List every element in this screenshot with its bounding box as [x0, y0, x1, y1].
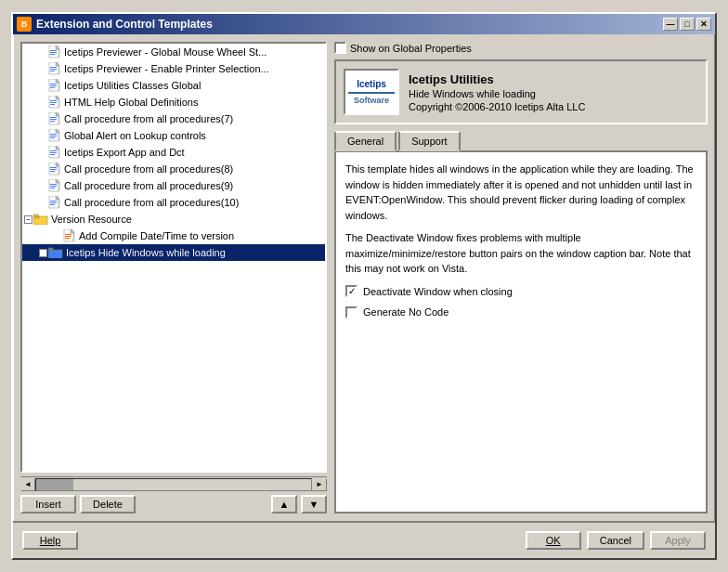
svg-rect-52: [33, 214, 38, 216]
info-copyright: Copyright ©2006-2010 Icetips Alta LLC: [409, 101, 585, 112]
tree-item[interactable]: Add Compile Date/Time to version: [22, 228, 325, 244]
svg-rect-55: [65, 234, 72, 235]
show-global-checkbox[interactable]: [334, 42, 346, 54]
expand-icon[interactable]: −: [24, 215, 32, 224]
svg-rect-33: [50, 152, 57, 153]
svg-rect-43: [50, 186, 57, 187]
tab-content-general: This template hides all windows in the a…: [334, 150, 708, 514]
generate-no-code-row: Generate No Code: [345, 305, 696, 320]
tree-item[interactable]: Call procedure from all procedures(10): [22, 194, 325, 211]
svg-rect-29: [50, 137, 55, 138]
general-paragraph-1: This template hides all windows in the a…: [345, 162, 696, 223]
main-window: B Extension and Control Templates — □ ✕ …: [11, 12, 717, 560]
tree-item-label: Call procedure from all procedures(7): [64, 113, 233, 124]
svg-rect-38: [50, 169, 57, 170]
folder-icon: [48, 247, 63, 258]
window-icon: B: [17, 17, 32, 32]
svg-rect-22: [50, 117, 57, 118]
tree-item-label: Version Resource: [51, 214, 132, 225]
tree-item-label: HTML Help Global Definitions: [64, 97, 198, 108]
svg-rect-17: [50, 100, 57, 101]
horizontal-scrollbar-area: ◄ ►: [20, 476, 327, 491]
ok-button[interactable]: OK: [526, 531, 581, 550]
right-panel: Show on Global Properties Icetips Softwa…: [334, 42, 708, 514]
svg-rect-12: [50, 84, 57, 84]
help-button[interactable]: Help: [22, 531, 78, 550]
minimize-button[interactable]: —: [663, 18, 678, 31]
horizontal-scrollbar-thumb[interactable]: [36, 479, 73, 490]
document-icon: [48, 129, 61, 142]
svg-rect-3: [50, 52, 57, 53]
tree-item[interactable]: Icetips Previewer - Global Mouse Wheel S…: [22, 44, 325, 60]
svg-rect-28: [50, 136, 57, 136]
svg-rect-47: [50, 201, 57, 202]
svg-rect-8: [50, 69, 57, 70]
tree-item-label: Global Alert on Lookup controls: [64, 130, 206, 141]
tree-item-label: Icetips Utilities Classes Global: [64, 80, 201, 91]
tree-item[interactable]: Icetips Previewer - Enable Printer Selec…: [22, 60, 325, 77]
tree-item-label: Add Compile Date/Time to version: [79, 230, 234, 241]
tab-container: General Support This template hides all …: [334, 130, 708, 514]
delete-button[interactable]: Delete: [80, 495, 136, 514]
document-icon: [48, 179, 61, 192]
document-icon: [63, 229, 76, 242]
tree-item-label: Icetips Previewer - Global Mouse Wheel S…: [64, 46, 266, 58]
tree-item-label: Icetips Export App and Dct: [64, 147, 185, 158]
tree-item-label: Icetips Hide Windows while loading: [66, 247, 226, 258]
document-icon: [48, 146, 61, 159]
tree-item-label: Call procedure from all procedures(8): [64, 163, 233, 175]
document-icon: [48, 196, 61, 209]
deactivate-window-checkbox[interactable]: [345, 285, 358, 297]
horizontal-scrollbar-track[interactable]: [35, 478, 312, 491]
svg-rect-48: [50, 202, 57, 203]
scroll-right-button[interactable]: ►: [312, 478, 327, 491]
software-logo: Icetips Software: [344, 69, 399, 115]
tree-item[interactable]: Call procedure from all procedures(7): [22, 110, 325, 127]
left-action-buttons: Insert Delete ▲ ▼: [20, 495, 327, 514]
svg-rect-57: [65, 238, 70, 239]
generate-no-code-checkbox[interactable]: [345, 306, 358, 318]
svg-rect-32: [50, 150, 57, 151]
tree-item[interactable]: Global Alert on Lookup controls: [22, 127, 325, 144]
insert-button[interactable]: Insert: [20, 495, 76, 514]
folder-open-icon: [33, 214, 48, 225]
svg-rect-18: [50, 102, 57, 103]
expand-icon[interactable]: +: [39, 249, 47, 257]
svg-rect-7: [50, 67, 57, 68]
tree-item[interactable]: Call procedure from all procedures(9): [22, 177, 325, 194]
left-panel: Icetips Previewer - Global Mouse Wheel S…: [20, 42, 327, 514]
tree-item[interactable]: Icetips Utilities Classes Global: [22, 77, 325, 94]
svg-rect-49: [50, 204, 55, 205]
bottom-left: Help: [22, 531, 526, 550]
tab-support[interactable]: Support: [398, 131, 461, 151]
scroll-left-button[interactable]: ◄: [20, 478, 35, 491]
deactivate-window-label: Deactivate Window when closing: [363, 284, 513, 300]
tree-item[interactable]: + Icetips Hide Windows while loading: [22, 244, 325, 261]
cancel-button[interactable]: Cancel: [587, 531, 644, 550]
close-button[interactable]: ✕: [696, 18, 711, 31]
svg-rect-56: [65, 236, 72, 237]
tree-item[interactable]: − Version Resource: [22, 211, 325, 228]
svg-rect-37: [50, 167, 57, 168]
title-bar-buttons: — □ ✕: [663, 18, 711, 31]
logo-line1: Icetips: [348, 79, 395, 90]
tree-item[interactable]: HTML Help Global Definitions: [22, 94, 325, 110]
move-up-button[interactable]: ▲: [271, 495, 297, 514]
maximize-button[interactable]: □: [680, 18, 695, 31]
tab-general[interactable]: General: [334, 131, 396, 151]
move-down-button[interactable]: ▼: [301, 495, 327, 514]
tree-item-label: Call procedure from all procedures(9): [64, 180, 233, 191]
svg-rect-59: [48, 250, 54, 252]
tree-item[interactable]: Call procedure from all procedures(8): [22, 161, 325, 177]
tree-item-label: Call procedure from all procedures(10): [64, 197, 239, 208]
info-subtitle: Hide Windows while loading: [409, 88, 585, 99]
tree-item[interactable]: Icetips Export App and Dct: [22, 144, 325, 161]
apply-button[interactable]: Apply: [650, 531, 706, 550]
bottom-right: OK Cancel Apply: [526, 531, 706, 550]
tree-container[interactable]: Icetips Previewer - Global Mouse Wheel S…: [20, 42, 327, 473]
svg-rect-2: [50, 50, 57, 51]
general-paragraph-2: The Deactivate Window fixes problems wit…: [345, 230, 696, 277]
document-icon: [48, 79, 61, 92]
tree-item-label: Icetips Previewer - Enable Printer Selec…: [64, 63, 269, 74]
svg-rect-34: [50, 154, 55, 155]
